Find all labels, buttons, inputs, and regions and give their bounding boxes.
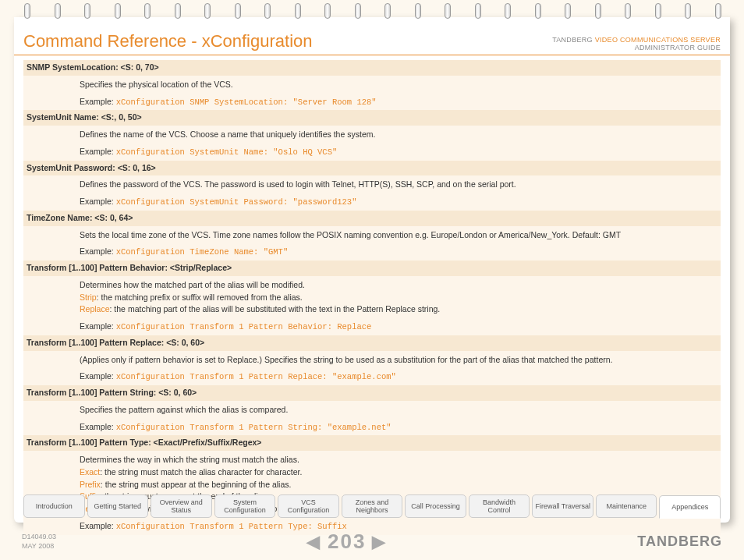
brand-name: TANDBERG [552,36,593,44]
pager: ◀ 203 ▶ [306,530,387,554]
page-footer: D14049.03 MAY 2008 ◀ 203 ▶ TANDBERG [22,530,722,554]
command-example: Example: xConfiguration SNMP SystemLocat… [23,94,721,111]
tab-vcs-configuration[interactable]: VCS Configuration [278,494,339,518]
tab-zones-and-neighbors[interactable]: Zones and Neighbors [342,494,403,518]
tab-introduction[interactable]: Introduction [23,494,85,518]
doc-subtitle: ADMINISTRATOR GUIDE [635,44,721,51]
tab-bandwidth-control[interactable]: Bandwidth Control [469,494,530,518]
doc-meta: D14049.03 MAY 2008 [22,533,56,551]
command-description: (Applies only if pattern behavior is set… [23,351,721,370]
product-name: VIDEO COMMUNICATIONS SERVER [595,36,721,44]
command-description: Defines the name of the VCS. Choose a na… [23,126,721,144]
command-example: Example: xConfiguration SystemUnit Passw… [23,194,721,211]
command-description: Determines how the matched part of the a… [23,276,721,319]
command-description: Specifies the physical location of the V… [23,76,721,94]
page-number: 203 [328,530,366,554]
tab-system-configuration[interactable]: System Configuration [214,494,276,518]
command-name: SystemUnit Password: <S: 0, 16> [23,161,721,176]
footer-logo: TANDBERG [637,533,722,550]
tab-overview-and-status[interactable]: Overview and Status [151,494,212,518]
doc-id: D14049.03 [22,533,56,541]
command-name: Transform [1..100] Pattern Type: <Exact/… [23,435,721,451]
command-name: TimeZone Name: <S: 0, 64> [23,211,721,226]
command-description: Sets the local time zone of the VCS. Tim… [23,226,721,245]
tab-appendices[interactable]: Appendices [659,495,721,519]
doc-date: MAY 2008 [22,542,54,550]
command-name: Transform [1..100] Pattern String: <S: 0… [23,385,721,401]
command-example: Example: xConfiguration Transform 1 Patt… [23,319,721,335]
command-example: Example: xConfiguration Transform 1 Patt… [23,369,721,385]
spiral-binder [22,3,722,25]
nav-tabs: IntroductionGetting StartedOverview and … [23,494,721,518]
command-name: SNMP SystemLocation: <S: 0, 70> [23,60,721,76]
command-name: Transform [1..100] Pattern Replace: <S: … [23,335,721,351]
command-example: Example: xConfiguration SystemUnit Name:… [23,144,721,161]
command-table: SNMP SystemLocation: <S: 0, 70>Specifies… [23,60,721,535]
command-name: Transform [1..100] Pattern Behavior: <St… [23,261,721,276]
command-name: SystemUnit Name: <S:, 0, 50> [23,110,721,126]
header-brand-block: TANDBERG VIDEO COMMUNICATIONS SERVER ADM… [552,36,721,51]
command-example: Example: xConfiguration Transform 1 Patt… [23,420,721,436]
prev-page-icon[interactable]: ◀ [306,532,321,552]
tab-getting-started[interactable]: Getting Started [87,494,149,518]
page-container: Command Reference - xConfiguration TANDB… [14,17,730,523]
page-title: Command Reference - xConfiguration [23,31,313,51]
tab-call-processing[interactable]: Call Processing [405,494,466,518]
tab-maintenance[interactable]: Maintenance [596,494,657,518]
command-description: Specifies the pattern against which the … [23,401,721,420]
command-description: Defines the password of the VCS. The pas… [23,175,721,194]
command-example: Example: xConfiguration TimeZone Name: "… [23,244,721,261]
next-page-icon[interactable]: ▶ [372,532,387,552]
tab-firewall-traversal[interactable]: Firewall Traversal [532,494,593,518]
